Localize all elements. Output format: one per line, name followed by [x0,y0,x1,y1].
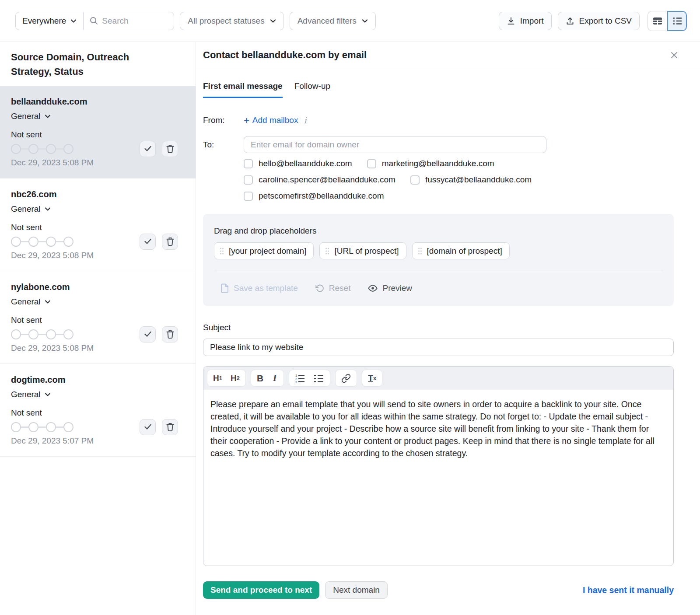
advanced-filters-value: Advanced filters [298,16,357,26]
sidebar-header: Source Domain, Outreach Strategy, Status [0,42,196,86]
email-option[interactable]: fussycat@bellaandduke.com [410,175,532,185]
save-as-template-button[interactable]: Save as template [220,283,298,293]
email-option[interactable]: marketing@bellaandduke.com [367,159,494,168]
save-as-template-label: Save as template [234,283,298,293]
email-checkbox[interactable] [367,159,376,168]
delete-button[interactable] [162,326,178,342]
mark-done-button[interactable] [140,141,156,157]
strategy-value: General [11,297,41,307]
bold-button[interactable]: B [257,373,263,384]
drag-handle-icon [325,247,329,255]
chevron-down-icon [270,19,276,23]
save-template-icon [220,283,229,293]
table-view-icon [652,16,663,26]
email-body-editor: H1 H2 B I 123 Tx [203,366,674,566]
mark-done-button[interactable] [140,234,156,250]
import-button[interactable]: Import [499,12,552,30]
email-panel: Contact bellaandduke.com by email First … [196,42,700,615]
to-email-input[interactable] [244,136,546,153]
progress-segment [56,241,63,242]
ordered-list-icon: 123 [295,374,305,383]
email-body-text[interactable]: Please prepare an email template that yo… [203,390,673,468]
add-mailbox-link[interactable]: + Add mailbox [244,115,298,125]
tab-first-email-message[interactable]: First email message [203,81,283,98]
email-option[interactable]: hello@bellaandduke.com [244,159,352,168]
placeholder-chip-domain-of-prospect[interactable]: [domain of prospect] [412,242,510,259]
strategy-dropdown[interactable]: General [11,204,51,214]
view-toggle [648,11,687,31]
search-scope-dropdown[interactable]: Everywhere [16,12,84,30]
clear-formatting-button[interactable]: Tx [368,374,376,383]
chevron-down-icon [45,114,51,119]
sent-manually-link[interactable]: I have sent it manually [583,585,674,595]
progress-segment [21,334,28,335]
preview-icon [368,284,378,292]
chevron-down-icon [362,19,368,23]
prospect-domain: nbc26.com [11,189,190,199]
close-icon[interactable] [670,51,678,59]
italic-button[interactable]: I [272,373,278,384]
progress-dot [63,422,74,432]
email-checkbox[interactable] [244,192,253,201]
prospect-statuses-dropdown[interactable]: All prospect statuses [180,12,284,30]
insert-link-button[interactable] [341,374,351,383]
next-domain-button[interactable]: Next domain [325,581,388,599]
delete-button[interactable] [162,234,178,250]
delete-button[interactable] [162,419,178,435]
email-checkbox[interactable] [244,159,253,168]
advanced-filters-dropdown[interactable]: Advanced filters [290,12,376,30]
ordered-list-button[interactable]: 123 [295,374,305,383]
preview-button[interactable]: Preview [368,283,412,293]
placeholder-chip-url-of-prospect[interactable]: [URL of prospect] [319,242,406,259]
prospect-item-bellaandduke[interactable]: bellaandduke.com General Not sent Dec 29… [0,86,196,178]
link-group [335,370,357,387]
prospect-item-nylabone[interactable]: nylabone.com General Not sent Dec 29, 20… [0,271,196,364]
strategy-dropdown[interactable]: General [11,112,51,121]
subject-input[interactable] [203,339,674,356]
send-and-proceed-button[interactable]: Send and proceed to next [203,581,319,599]
strategy-dropdown[interactable]: General [11,390,51,399]
placeholder-chip-project-domain[interactable]: [your project domain] [214,242,314,259]
chevron-down-icon [45,207,51,211]
list-view-button[interactable] [667,11,687,31]
mark-done-button[interactable] [140,419,156,435]
status-date: Dec 29, 2023 5:07 PM [11,436,94,446]
heading1-button[interactable]: H1 [213,374,222,383]
bullet-list-button[interactable] [314,374,324,383]
progress-segment [38,334,46,335]
table-view-button[interactable] [648,11,667,31]
tab-follow-up[interactable]: Follow-up [294,81,330,98]
email-option[interactable]: petscomefirst@bellaandduke.com [244,191,384,201]
prospect-item-nbc26[interactable]: nbc26.com General Not sent Dec 29, 2023 … [0,178,196,271]
mark-done-button[interactable] [140,326,156,342]
search-input[interactable] [102,16,168,26]
email-option-label: hello@bellaandduke.com [259,159,352,168]
email-option[interactable]: caroline.spencer@bellaandduke.com [244,175,396,185]
progress-dots [11,329,94,339]
progress-segment [38,241,46,242]
editor-toolbar: H1 H2 B I 123 Tx [203,367,673,390]
strategy-dropdown[interactable]: General [11,297,51,307]
progress-dot [28,237,38,247]
heading-group: H1 H2 [207,370,246,387]
strategy-value: General [11,204,41,214]
email-option-label: caroline.spencer@bellaandduke.com [259,175,396,185]
preview-label: Preview [382,283,412,293]
progress-dot [28,144,38,154]
email-checkbox[interactable] [244,175,253,185]
subject-label: Subject [203,323,674,332]
placeholder-chip-label: [URL of prospect] [334,246,399,256]
heading2-button[interactable]: H2 [231,374,240,383]
prospect-item-dogtime[interactable]: dogtime.com General Not sent Dec 29, 202… [0,364,196,457]
drag-handle-icon [220,247,224,255]
clear-format-group: Tx [362,370,382,387]
chevron-down-icon [70,19,77,23]
email-checkbox[interactable] [410,175,420,185]
delete-button[interactable] [162,141,178,157]
export-csv-button[interactable]: Export to CSV [558,12,640,30]
progress-dots [11,144,94,154]
check-icon [144,423,152,430]
progress-segment [56,148,63,150]
prospect-statuses-value: All prospect statuses [188,16,264,26]
reset-button[interactable]: Reset [315,283,351,293]
